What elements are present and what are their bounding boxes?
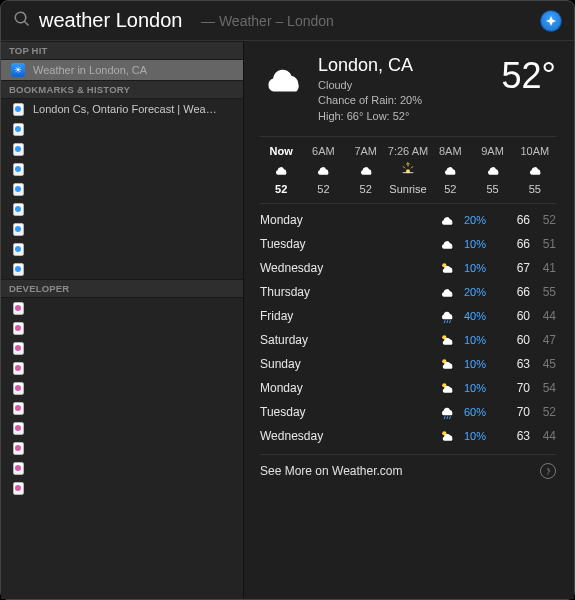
hourly-forecast: Now 526AM 527AM 527:26 AM Sunrise8AM 529…	[260, 136, 556, 204]
result-bookmark[interactable]	[1, 159, 243, 179]
hour-time: 7AM	[345, 145, 387, 157]
document-icon	[11, 421, 25, 435]
hour-icon	[514, 161, 556, 179]
day-name: Wednesday	[260, 429, 436, 443]
chance-of-rain: Chance of Rain: 20%	[318, 93, 490, 108]
day-low: 41	[530, 261, 556, 275]
day-row: Tuesday 10% 66 51	[260, 232, 556, 256]
result-bookmark[interactable]	[1, 219, 243, 239]
result-developer[interactable]	[1, 318, 243, 338]
day-name: Tuesday	[260, 405, 436, 419]
day-name: Wednesday	[260, 261, 436, 275]
see-more-row[interactable]: See More on Weather.com	[260, 454, 556, 479]
result-developer[interactable]	[1, 398, 243, 418]
search-icon	[13, 10, 31, 32]
day-precip: 10%	[458, 262, 498, 274]
hour-icon	[429, 161, 471, 179]
hour-icon	[471, 161, 513, 179]
day-row: Thursday 20% 66 55	[260, 280, 556, 304]
result-bookmark[interactable]	[1, 259, 243, 279]
hour-icon	[387, 161, 429, 179]
result-bookmark[interactable]	[1, 239, 243, 259]
day-name: Friday	[260, 309, 436, 323]
hour-icon	[345, 161, 387, 179]
result-bookmark[interactable]	[1, 199, 243, 219]
result-bookmark[interactable]	[1, 139, 243, 159]
day-row: Monday 10% 70 54	[260, 376, 556, 400]
document-icon	[11, 361, 25, 375]
day-low: 44	[530, 429, 556, 443]
document-icon	[11, 461, 25, 475]
day-icon	[436, 380, 458, 396]
hour-slot: 8AM 52	[429, 145, 471, 195]
day-name: Tuesday	[260, 237, 436, 251]
day-name: Monday	[260, 381, 436, 395]
day-precip: 10%	[458, 238, 498, 250]
spotlight-window: — Weather – London TOP HIT ☀ Weather in …	[0, 0, 575, 600]
document-icon	[11, 122, 25, 136]
result-developer[interactable]	[1, 298, 243, 318]
body: TOP HIT ☀ Weather in London, CA BOOKMARK…	[1, 41, 574, 599]
result-bookmark[interactable]	[1, 179, 243, 199]
hour-time: 6AM	[302, 145, 344, 157]
current-condition-icon	[260, 55, 306, 104]
day-row: Tuesday 60% 70 52	[260, 400, 556, 424]
day-row: Sunday 10% 63 45	[260, 352, 556, 376]
document-icon	[11, 401, 25, 415]
document-icon	[11, 142, 25, 156]
day-precip: 10%	[458, 382, 498, 394]
section-developer: DEVELOPER	[1, 279, 243, 298]
day-row: Monday 20% 66 52	[260, 208, 556, 232]
section-bookmarks: BOOKMARKS & HISTORY	[1, 80, 243, 99]
daily-forecast: Monday 20% 66 52Tuesday 10% 66 51Wednesd…	[260, 208, 556, 448]
result-bookmark[interactable]: London Cs, Ontario Forecast | Wea…	[1, 99, 243, 119]
document-icon	[11, 242, 25, 256]
results-sidebar[interactable]: TOP HIT ☀ Weather in London, CA BOOKMARK…	[1, 41, 244, 599]
safari-icon[interactable]	[540, 10, 562, 32]
hour-slot: 10AM 55	[514, 145, 556, 195]
day-precip: 10%	[458, 430, 498, 442]
day-name: Saturday	[260, 333, 436, 347]
hour-slot: 7AM 52	[345, 145, 387, 195]
day-icon	[436, 428, 458, 444]
day-low: 52	[530, 213, 556, 227]
search-bar: — Weather – London	[1, 1, 574, 41]
result-developer[interactable]	[1, 478, 243, 498]
hour-time: 7:26 AM	[387, 145, 429, 157]
result-developer[interactable]	[1, 458, 243, 478]
day-precip: 40%	[458, 310, 498, 322]
day-precip: 60%	[458, 406, 498, 418]
compass-icon	[540, 463, 556, 479]
result-developer[interactable]	[1, 378, 243, 398]
hour-value: 55	[471, 183, 513, 195]
day-precip: 20%	[458, 214, 498, 226]
result-top-hit[interactable]: ☀ Weather in London, CA	[1, 60, 243, 80]
search-input[interactable]	[39, 9, 199, 32]
day-high: 66	[498, 285, 530, 299]
day-low: 45	[530, 357, 556, 371]
day-high: 60	[498, 309, 530, 323]
hour-value: 52	[345, 183, 387, 195]
document-icon	[11, 202, 25, 216]
day-precip: 10%	[458, 334, 498, 346]
hour-time: Now	[260, 145, 302, 157]
document-icon	[11, 341, 25, 355]
day-row: Wednesday 10% 63 44	[260, 424, 556, 448]
location-name: London, CA	[318, 55, 490, 76]
result-developer[interactable]	[1, 418, 243, 438]
result-label: Weather in London, CA	[33, 64, 147, 76]
weather-preview: London, CA Cloudy Chance of Rain: 20% Hi…	[244, 41, 574, 599]
result-developer[interactable]	[1, 338, 243, 358]
document-icon	[11, 441, 25, 455]
document-icon	[11, 321, 25, 335]
condition-text: Cloudy	[318, 78, 490, 93]
result-developer[interactable]	[1, 438, 243, 458]
document-icon	[11, 222, 25, 236]
result-bookmark[interactable]	[1, 119, 243, 139]
hour-value: 55	[514, 183, 556, 195]
hour-value: 52	[302, 183, 344, 195]
see-more-label: See More on Weather.com	[260, 464, 403, 478]
hour-slot: 7:26 AM Sunrise	[387, 145, 429, 195]
hour-icon	[260, 161, 302, 179]
result-developer[interactable]	[1, 358, 243, 378]
